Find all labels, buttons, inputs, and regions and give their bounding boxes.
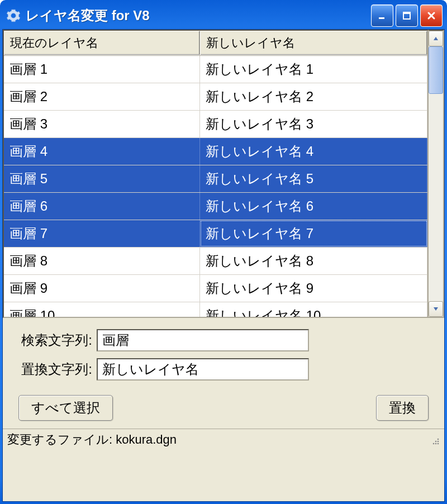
cell-new[interactable]: 新しいレイヤ名 7 [200,220,427,247]
vertical-scrollbar[interactable] [429,30,444,318]
window-title: レイヤ名変更 for V8 [26,7,371,25]
cell-current[interactable]: 画層 6 [4,193,200,220]
replace-input[interactable] [97,358,309,381]
table-row[interactable]: 画層 6新しいレイヤ名 6 [4,193,427,220]
table-row[interactable]: 画層 8新しいレイヤ名 8 [4,248,427,275]
svg-point-4 [435,443,437,445]
scroll-thumb[interactable] [429,46,443,94]
column-header-new[interactable]: 新しいレイヤ名 [200,31,427,55]
cell-current[interactable]: 画層 7 [4,220,200,247]
resize-grip-icon[interactable] [429,434,440,445]
form-area: 検索文字列: 置換文字列: [3,319,444,384]
table-row[interactable]: 画層 3新しいレイヤ名 3 [4,111,427,138]
svg-point-3 [438,443,439,445]
svg-point-6 [433,443,435,445]
svg-point-8 [438,439,439,440]
cell-current[interactable]: 画層 10 [4,302,200,317]
client-area: 現在のレイヤ名 新しいレイヤ名 画層 1新しいレイヤ名 1画層 2新しいレイヤ名… [2,29,445,502]
table-row[interactable]: 画層 4新しいレイヤ名 4 [4,138,427,165]
cell-new[interactable]: 新しいレイヤ名 9 [200,275,427,302]
window-buttons [371,4,443,27]
replace-row: 置換文字列: [14,358,433,381]
cell-new[interactable]: 新しいレイヤ名 8 [200,248,427,274]
cell-new[interactable]: 新しいレイヤ名 6 [200,193,427,220]
cell-new[interactable]: 新しいレイヤ名 10 [200,302,427,317]
close-button[interactable] [420,4,443,27]
cell-new[interactable]: 新しいレイヤ名 1 [200,56,427,83]
table-row[interactable]: 画層 1新しいレイヤ名 1 [4,56,427,83]
maximize-button[interactable] [396,4,418,27]
grid-wrap: 現在のレイヤ名 新しいレイヤ名 画層 1新しいレイヤ名 1画層 2新しいレイヤ名… [3,30,444,319]
table-row[interactable]: 画層 2新しいレイヤ名 2 [4,83,427,111]
replace-button[interactable]: 置換 [376,395,429,421]
scroll-track[interactable] [429,46,443,301]
svg-rect-0 [379,17,384,19]
grid-body[interactable]: 画層 1新しいレイヤ名 1画層 2新しいレイヤ名 2画層 3新しいレイヤ名 3画… [4,56,427,317]
table-row[interactable]: 画層 10新しいレイヤ名 10 [4,302,427,317]
select-all-button[interactable]: すべて選択 [18,395,113,421]
scroll-up-button[interactable] [429,31,443,46]
table-row[interactable]: 画層 9新しいレイヤ名 9 [4,275,427,302]
cell-new[interactable]: 新しいレイヤ名 4 [200,138,427,165]
cell-current[interactable]: 画層 9 [4,275,200,302]
cell-current[interactable]: 画層 2 [4,83,200,110]
app-window: レイヤ名変更 for V8 現在のレイヤ名 新しいレイヤ名 画層 1新しいレイヤ… [0,0,447,504]
table-row[interactable]: 画層 7新しいレイヤ名 7 [4,220,427,248]
scroll-down-button[interactable] [429,301,443,317]
cell-new[interactable]: 新しいレイヤ名 5 [200,165,427,192]
status-text: 変更するファイル: kokura.dgn [7,431,177,448]
svg-rect-2 [403,12,410,14]
cell-current[interactable]: 画層 4 [4,138,200,165]
replace-label: 置換文字列: [14,360,92,378]
minimize-button[interactable] [371,4,393,27]
layer-grid[interactable]: 現在のレイヤ名 新しいレイヤ名 画層 1新しいレイヤ名 1画層 2新しいレイヤ名… [3,30,429,318]
cell-current[interactable]: 画層 8 [4,248,200,274]
titlebar[interactable]: レイヤ名変更 for V8 [2,2,445,29]
column-header-current[interactable]: 現在のレイヤ名 [4,31,200,55]
cell-current[interactable]: 画層 5 [4,165,200,192]
svg-point-7 [435,441,437,443]
grid-header: 現在のレイヤ名 新しいレイヤ名 [4,31,427,56]
search-row: 検索文字列: [14,329,433,351]
table-row[interactable]: 画層 5新しいレイヤ名 5 [4,165,427,193]
button-row: すべて選択 置換 [3,384,444,429]
cell-new[interactable]: 新しいレイヤ名 3 [200,111,427,137]
search-input[interactable] [97,329,309,351]
cell-current[interactable]: 画層 1 [4,56,200,83]
cell-new[interactable]: 新しいレイヤ名 2 [200,83,427,110]
gear-icon [6,8,21,23]
svg-point-5 [438,441,439,443]
statusbar: 変更するファイル: kokura.dgn [3,429,444,450]
cell-current[interactable]: 画層 3 [4,111,200,137]
search-label: 検索文字列: [14,331,92,349]
